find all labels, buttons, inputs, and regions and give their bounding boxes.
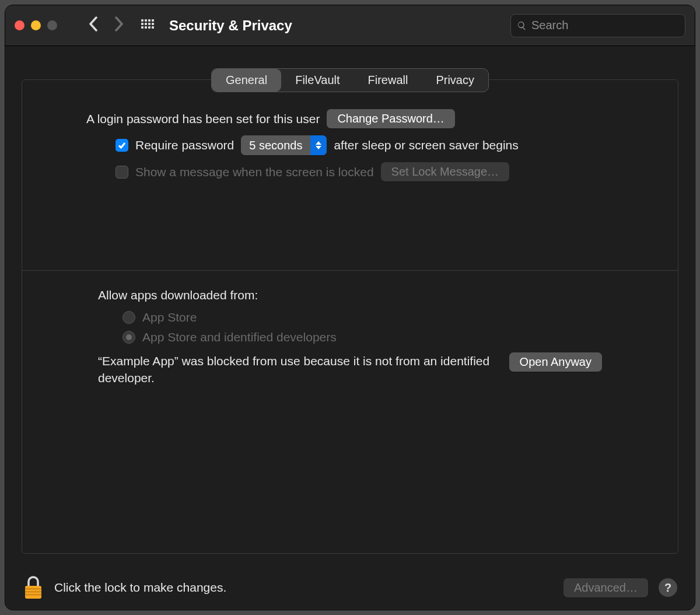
- search-icon: [517, 19, 527, 32]
- general-panel: A login password has been set for this u…: [22, 79, 678, 554]
- toolbar: Security & Privacy: [5, 5, 695, 46]
- delay-value: 5 seconds: [241, 139, 310, 152]
- search-input[interactable]: [531, 19, 679, 32]
- require-password-label: Require password: [135, 138, 234, 152]
- svg-rect-2: [25, 591, 41, 592]
- tab-general[interactable]: General: [212, 69, 281, 92]
- minimize-window-button[interactable]: [31, 20, 41, 30]
- change-password-button[interactable]: Change Password…: [327, 109, 454, 128]
- show-all-icon[interactable]: [141, 19, 154, 32]
- radio-app-store-label: App Store: [142, 310, 197, 324]
- login-section: A login password has been set for this u…: [40, 109, 660, 188]
- show-lock-message-checkbox: [116, 166, 128, 179]
- window-controls: [15, 20, 57, 30]
- open-anyway-button[interactable]: Open Anyway: [509, 352, 602, 372]
- lock-hint-text: Click the lock to make changes.: [54, 581, 226, 595]
- tab-firewall[interactable]: Firewall: [354, 69, 422, 92]
- lock-icon[interactable]: [23, 575, 44, 600]
- checkmark-icon: [117, 141, 127, 150]
- zoom-window-button: [47, 20, 57, 30]
- allow-downloads-heading: Allow apps downloaded from:: [98, 288, 602, 302]
- body: General FileVault Firewall Privacy A log…: [5, 46, 695, 565]
- require-password-checkbox[interactable]: [116, 139, 128, 152]
- svg-rect-1: [25, 588, 41, 589]
- footer: Click the lock to make changes. Advanced…: [5, 565, 695, 610]
- tab-privacy[interactable]: Privacy: [422, 69, 488, 92]
- divider: [22, 270, 678, 271]
- forward-button: [114, 16, 124, 34]
- search-field[interactable]: [510, 14, 685, 37]
- show-lock-message-label: Show a message when the screen is locked: [135, 165, 374, 179]
- tab-filevault[interactable]: FileVault: [281, 69, 354, 92]
- radio-app-store-and-identified-label: App Store and identified developers: [142, 330, 337, 344]
- svg-rect-3: [25, 594, 41, 595]
- close-window-button[interactable]: [15, 20, 24, 30]
- downloads-section: Allow apps downloaded from: App Store Ap…: [40, 288, 660, 387]
- set-lock-message-button: Set Lock Message…: [381, 162, 510, 181]
- advanced-button: Advanced…: [564, 578, 648, 597]
- radio-app-store-and-identified: [123, 331, 135, 344]
- back-button[interactable]: [89, 16, 98, 34]
- help-button[interactable]: ?: [659, 578, 677, 597]
- after-sleep-label: after sleep or screen saver begins: [334, 138, 518, 152]
- nav-arrows: [89, 16, 124, 34]
- login-password-status: A login password has been set for this u…: [86, 112, 320, 126]
- tab-bar: General FileVault Firewall Privacy: [211, 68, 489, 92]
- radio-app-store: [123, 311, 135, 324]
- select-stepper-icon: [310, 135, 327, 155]
- window-title: Security & Privacy: [169, 18, 292, 34]
- blocked-app-message: “Example App” was blocked from use becau…: [98, 352, 498, 387]
- preferences-window: Security & Privacy General FileVault Fir…: [5, 5, 695, 610]
- require-password-delay-select[interactable]: 5 seconds: [241, 135, 327, 155]
